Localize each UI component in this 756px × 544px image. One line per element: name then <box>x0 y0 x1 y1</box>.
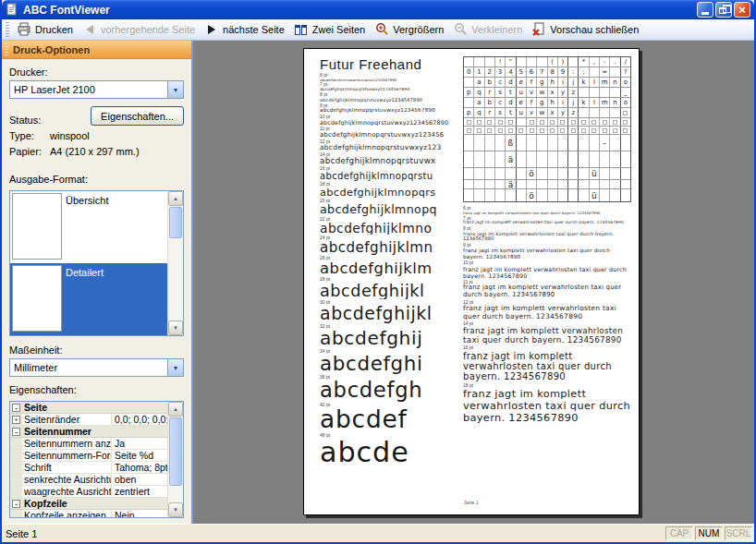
printer-select[interactable]: HP LaserJet 2100 ▼ <box>9 80 184 99</box>
status-label: Status: <box>9 115 41 126</box>
property-value[interactable]: zentriert <box>112 486 167 497</box>
char-cell <box>537 151 547 167</box>
char-cell <box>590 108 600 117</box>
char-cell: q <box>474 108 484 117</box>
collapse-icon[interactable]: - <box>12 500 20 508</box>
char-cell <box>527 57 537 66</box>
char-cell: 4 <box>506 67 516 77</box>
close-preview-icon <box>531 22 546 37</box>
sample-text: franz jagt im komplett verwahrlosten tax… <box>463 284 631 299</box>
char-cell <box>506 127 516 134</box>
property-row-seitenr-nder[interactable]: +Seitenränder0,0; 0,0; 0,0; <box>10 414 167 426</box>
property-row-seite[interactable]: -Seite <box>10 402 167 414</box>
window-title: ABC FontViewer <box>23 4 697 17</box>
property-name: Seitenränder <box>22 414 112 425</box>
print-preview-area[interactable]: Futur Freehand 6 ptabcdefghijklmnopqrstu… <box>193 41 754 524</box>
collapse-icon[interactable]: - <box>12 428 20 436</box>
panel-grip[interactable] <box>5 43 8 56</box>
char-cell <box>464 135 474 151</box>
char-cell: y <box>558 108 568 117</box>
type-value: winspool <box>50 130 90 141</box>
row-gutter: - <box>10 402 22 413</box>
char-cell <box>527 180 537 188</box>
properties-scrollbar[interactable]: ▲ ▼ <box>167 402 183 517</box>
property-value[interactable]: 0,0; 0,0; 0,0; <box>112 414 167 425</box>
char-cell <box>464 180 474 188</box>
property-row-seitennummern-format[interactable]: Seitennummern-FormatSeite %d <box>10 450 167 462</box>
printer-properties-button[interactable]: Eigenschaften... <box>91 106 184 126</box>
output-format-scrollbar[interactable]: ▲ ▼ <box>167 191 183 335</box>
property-row-waagrechte-ausrichtung[interactable]: waagrechte Ausrichtungzentriert <box>10 486 167 498</box>
char-cell <box>548 135 558 151</box>
sample-text: abcdefghijklmnopqrs <box>320 187 460 199</box>
char-cell: j <box>568 98 579 107</box>
previous-page-button[interactable]: vorhergehende Seite <box>79 20 201 39</box>
close-button[interactable]: × <box>734 2 750 18</box>
font-size-sample: 18 ptabcdefghijklmnopqrs <box>320 182 460 198</box>
char-cell <box>600 88 610 97</box>
next-page-button[interactable]: nächste Seite <box>201 20 290 39</box>
scroll-up-icon[interactable]: ▲ <box>168 191 183 206</box>
char-cell <box>474 118 484 126</box>
unit-select[interactable]: Millimeter ▼ <box>9 358 184 377</box>
scroll-up-icon[interactable]: ▲ <box>168 402 183 417</box>
char-cell <box>537 189 547 201</box>
font-size-sample: 24 ptabcdefghijklmn <box>320 236 460 255</box>
property-value[interactable]: Seite %d <box>112 450 167 461</box>
font-name-title: Futur Freehand <box>320 56 421 72</box>
char-cell: ; <box>579 67 589 77</box>
output-format-item-detailert[interactable]: Detailert <box>10 263 167 335</box>
char-cell: * <box>579 57 589 66</box>
property-value[interactable]: oben <box>112 474 167 485</box>
font-size-sample: 36 ptabcdefgh <box>320 375 460 402</box>
property-row-seitennummer[interactable]: -Seitennummer <box>10 426 167 438</box>
unit-select-value: Millimeter <box>10 359 167 376</box>
chevron-down-icon[interactable]: ▼ <box>167 81 183 98</box>
properties-grid: -Seite+Seitenränder0,0; 0,0; 0,0;-Seiten… <box>9 401 184 518</box>
char-cell <box>495 168 506 179</box>
print-button-label: Drucken <box>35 24 73 35</box>
property-value[interactable]: Ja <box>112 438 167 449</box>
char-cell: o <box>621 98 630 107</box>
sample-text: abcdefghijklmnopqrstuvwxyz1234567890 <box>320 79 460 82</box>
font-size-sample: 26 ptabcdefghijklm <box>320 256 460 276</box>
property-row-kopfzeile[interactable]: -Kopfzeile <box>10 498 167 510</box>
overview-thumbnail <box>12 193 62 260</box>
two-pages-label: Zwei Seiten <box>312 24 365 35</box>
sample-text: abcdefghijklmnopqrstuvwxyz1234567890 <box>320 88 460 91</box>
property-value[interactable]: Tahoma; 8pt <box>112 462 167 473</box>
char-cell <box>600 127 610 134</box>
property-row-kopfzeile-anzeigen[interactable]: Kopfzeile anzeigenNein <box>10 510 167 517</box>
print-button[interactable]: Drucken <box>13 20 79 39</box>
scroll-down-icon[interactable]: ▼ <box>168 320 183 335</box>
pangram-samples-column: 6 ptfranz jagt im komplett verwahrlosten… <box>463 206 631 423</box>
close-preview-button[interactable]: Vorschau schließen <box>528 20 644 39</box>
restore-button[interactable] <box>715 2 732 18</box>
property-row-schrift[interactable]: SchriftTahoma; 8pt <box>10 462 167 474</box>
char-cell: 8 <box>548 67 558 77</box>
chevron-down-icon[interactable]: ▼ <box>167 359 183 376</box>
scrollbar-thumb[interactable] <box>169 207 182 238</box>
minimize-button[interactable] <box>697 2 713 18</box>
scrollbar-thumb[interactable] <box>169 417 182 486</box>
char-cell <box>464 127 474 134</box>
char-cell <box>621 180 630 188</box>
row-gutter: - <box>10 426 22 437</box>
zoom-in-button[interactable]: Vergrößern <box>371 20 449 39</box>
property-name: Seite <box>22 402 167 413</box>
char-cell <box>464 189 474 201</box>
type-label: Type: <box>9 130 50 141</box>
collapse-icon[interactable]: - <box>12 404 20 412</box>
expand-icon[interactable]: + <box>12 416 20 424</box>
property-value[interactable]: Nein <box>112 510 167 517</box>
output-format-item-uebersicht[interactable]: Übersicht <box>10 191 167 263</box>
zoom-out-button[interactable]: Verkleinern <box>449 20 528 39</box>
two-pages-button[interactable]: Zwei Seiten <box>290 20 371 39</box>
font-size-sample: 20 ptabcdefghijklmnopq <box>320 199 460 215</box>
pangram-sample: 7 ptfranz jagt im komplett verwahrlosten… <box>463 216 631 225</box>
toolbar: Drucken vorhergehende Seite nächste Seit… <box>2 19 754 41</box>
toolbar-grip[interactable] <box>6 22 9 37</box>
scroll-down-icon[interactable]: ▼ <box>168 502 183 517</box>
property-row-senkrechte-ausrichtung[interactable]: senkrechte Ausrichtungoben <box>10 474 167 486</box>
property-row-seitennummern-anzeigen[interactable]: Seitennummern anzeigenJa <box>10 438 167 450</box>
